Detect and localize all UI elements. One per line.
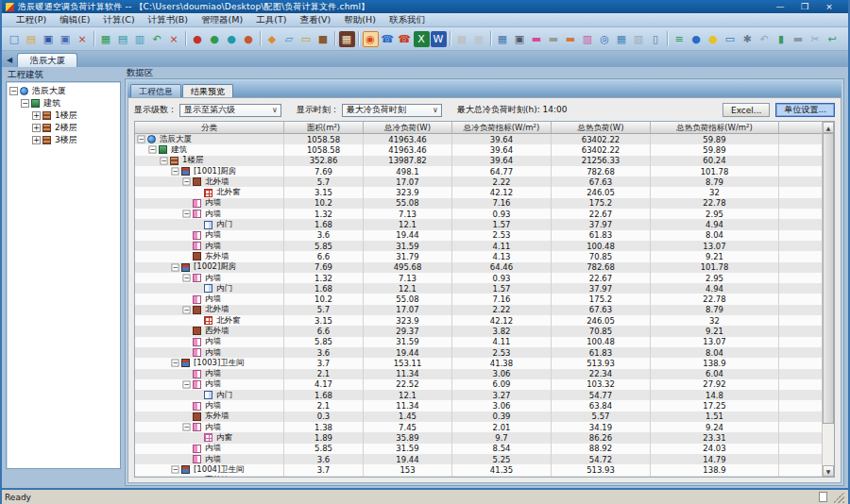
table-row[interactable]: 内门1.6812.11.5737.974.94 <box>135 283 822 294</box>
document-tab-active[interactable]: 浩辰大厦 <box>17 53 77 67</box>
column-header[interactable]: 分类 <box>135 122 284 133</box>
table-row[interactable]: 内墙5.8531.594.11100.4813.07 <box>135 337 822 347</box>
table-grid-icon[interactable]: ▦ <box>614 31 630 47</box>
table-row[interactable]: −内墙4.1722.526.09103.3227.92 <box>135 379 822 390</box>
expand-toggle-icon[interactable]: − <box>171 466 178 474</box>
globe-grid-icon[interactable]: ◎ <box>597 31 613 47</box>
menu-item[interactable]: 工程(P) <box>9 14 53 26</box>
image-view-icon[interactable]: ▦ <box>339 31 355 47</box>
expand-toggle-icon[interactable]: − <box>171 360 178 367</box>
cool-load-calc-icon[interactable]: ● <box>190 31 206 47</box>
excel-export-button[interactable]: Excel... <box>722 103 770 117</box>
column-header[interactable]: 总冷负荷(W) <box>364 122 452 133</box>
tree-node[interactable]: +1楼层 <box>7 109 120 122</box>
table-row[interactable]: −[1001]厨房7.69498.164.77782.68101.78 <box>135 166 822 176</box>
cut-tool-icon[interactable]: ✂ <box>808 31 824 47</box>
table-row[interactable]: −内墙1.327.130.9322.672.95 <box>135 273 822 283</box>
expand-toggle-icon[interactable]: − <box>182 306 190 313</box>
save-icon[interactable]: ▣ <box>41 31 57 47</box>
maximize-button[interactable]: ❒ <box>799 2 810 11</box>
expand-toggle-icon[interactable]: − <box>137 136 144 143</box>
phone-blue-icon[interactable]: ☎ <box>380 31 396 47</box>
expand-toggle-icon[interactable]: − <box>182 210 190 218</box>
table-row[interactable]: −内墙1.327.130.9322.672.95 <box>135 209 822 219</box>
table-row[interactable]: 内墙10.255.087.16175.222.78 <box>135 198 822 209</box>
expand-toggle-icon[interactable]: − <box>182 424 190 431</box>
template-tool-icon[interactable]: ■ <box>315 31 332 47</box>
table-row[interactable]: 东外墙6.631.794.1370.859.21 <box>135 251 822 261</box>
vertical-scrollbar[interactable]: ▲ ▼ <box>822 122 834 477</box>
table-row[interactable]: 内墙3.619.442.5361.838.04 <box>135 230 822 241</box>
book-view-icon[interactable]: ▯ <box>648 31 664 47</box>
minimize-button[interactable]: — <box>774 2 786 11</box>
table-row[interactable]: 北外窗3.15323.942.12246.0532 <box>135 187 822 197</box>
table-row[interactable]: 内墙2.111.343.0663.8417.25 <box>135 400 822 411</box>
tab-project-info[interactable]: 工程信息 <box>130 84 181 97</box>
table-row[interactable]: −[1002]厨房7.69495.6864.46782.68101.78 <box>135 262 822 273</box>
menu-item[interactable]: 查看(V) <box>293 14 337 26</box>
tab-result-preview[interactable]: 结果预览 <box>182 84 233 97</box>
field-gray-icon[interactable]: ▬ <box>546 31 562 47</box>
table-row[interactable]: 内窗1.8935.899.786.2623.31 <box>135 432 822 443</box>
heat-load-calc-icon[interactable]: ● <box>207 31 223 47</box>
table-row[interactable]: 西外墙6.629.373.8270.859.21 <box>135 326 822 336</box>
moisture-calc-icon[interactable]: ● <box>224 31 240 47</box>
delete-icon[interactable]: × <box>75 31 91 47</box>
column-header[interactable]: 总冷负荷指标(W/m²) <box>452 122 552 133</box>
word-tool-icon[interactable]: W <box>431 31 447 47</box>
open-folder-icon[interactable]: ▤ <box>24 31 40 47</box>
expand-toggle-icon[interactable]: − <box>171 263 178 271</box>
display-time-select[interactable]: 最大冷负荷时刻 ∨ <box>342 104 442 117</box>
table-row[interactable]: −北外墙5.717.072.2267.638.79 <box>135 305 822 315</box>
table-row[interactable]: 内墙2.111.343.0622.346.04 <box>135 369 822 379</box>
delete-building-icon[interactable]: × <box>166 31 182 47</box>
table-view-icon[interactable]: ▦ <box>495 31 511 47</box>
phone-red-icon[interactable]: ☎ <box>397 31 413 47</box>
table-row[interactable]: −[1004]卫生间3.715341.35513.93138.9 <box>135 464 822 475</box>
menu-item[interactable]: 管理器(M) <box>195 14 249 26</box>
table-row[interactable]: −北外墙5.717.072.2267.638.79 <box>135 176 822 187</box>
table-row[interactable]: 北外窗3.15323.942.12246.0532 <box>135 315 822 326</box>
menu-item[interactable]: 编辑(E) <box>53 14 96 26</box>
expand-toggle-icon[interactable]: − <box>182 274 190 281</box>
table-row[interactable]: 东外墙0.31.450.395.571.51 <box>135 412 822 422</box>
report-tool-icon[interactable]: ▭ <box>298 31 314 47</box>
tab-scroll-left-icon[interactable]: ◀ <box>7 56 12 64</box>
copy-building-icon[interactable]: ▥ <box>132 31 148 47</box>
expand-toggle-icon[interactable]: − <box>9 87 18 95</box>
columns-view-icon[interactable]: ▥ <box>631 31 647 47</box>
column-header[interactable]: 总热负荷(W) <box>552 122 651 133</box>
menu-item[interactable]: 工具(T) <box>249 14 293 26</box>
sync-tool-icon[interactable]: ◉ <box>363 31 379 47</box>
new-file-icon[interactable]: □ <box>7 31 23 47</box>
bulb-tool-icon[interactable]: ● <box>706 31 722 47</box>
resize-grip[interactable] <box>833 492 844 503</box>
expand-toggle-icon[interactable]: − <box>148 146 156 154</box>
table-row[interactable]: −浩辰大厦1058.5841963.4639.6463402.2259.89 <box>135 134 822 144</box>
table-row[interactable]: 内墙10.255.087.16175.222.78 <box>135 294 822 304</box>
menu-item[interactable]: 计算(C) <box>97 14 142 26</box>
scroll-up-icon[interactable]: ▲ <box>823 122 834 133</box>
table-row[interactable]: −建筑1058.5841963.4639.6463402.2259.89 <box>135 144 822 155</box>
expand-toggle-icon[interactable]: − <box>160 157 167 164</box>
table-row[interactable]: 内墙3.619.445.2554.7214.79 <box>135 454 822 464</box>
save-as-icon[interactable]: ▣ <box>58 31 74 47</box>
table-row[interactable]: 内墙3.619.442.5361.838.04 <box>135 347 822 358</box>
tree-node[interactable]: −浩辰大厦 <box>7 85 120 97</box>
tree-nav-icon[interactable]: ≡ <box>672 31 688 47</box>
column-header[interactable]: 总热负荷指标(W/m²) <box>651 122 779 133</box>
undo-tool-icon[interactable]: ↶ <box>756 31 773 47</box>
field-pink-icon[interactable]: ▬ <box>529 31 545 47</box>
menu-item[interactable]: 联系我们 <box>382 14 432 26</box>
export-tool-icon[interactable]: ▱ <box>281 31 298 47</box>
person-tool-icon[interactable]: ▮ <box>774 31 790 47</box>
expand-toggle-icon[interactable]: − <box>182 380 190 388</box>
field-orange-icon[interactable]: ▬ <box>563 31 579 47</box>
tree-node[interactable]: −建筑 <box>7 97 120 109</box>
expand-toggle-icon[interactable]: − <box>21 99 29 108</box>
result-calc-icon[interactable]: ● <box>241 31 257 47</box>
close-button[interactable]: × <box>824 2 835 11</box>
expand-toggle-icon[interactable]: + <box>32 136 41 144</box>
back-tool-icon[interactable]: ↩ <box>824 31 841 47</box>
tree-node[interactable]: +3楼层 <box>7 134 120 146</box>
